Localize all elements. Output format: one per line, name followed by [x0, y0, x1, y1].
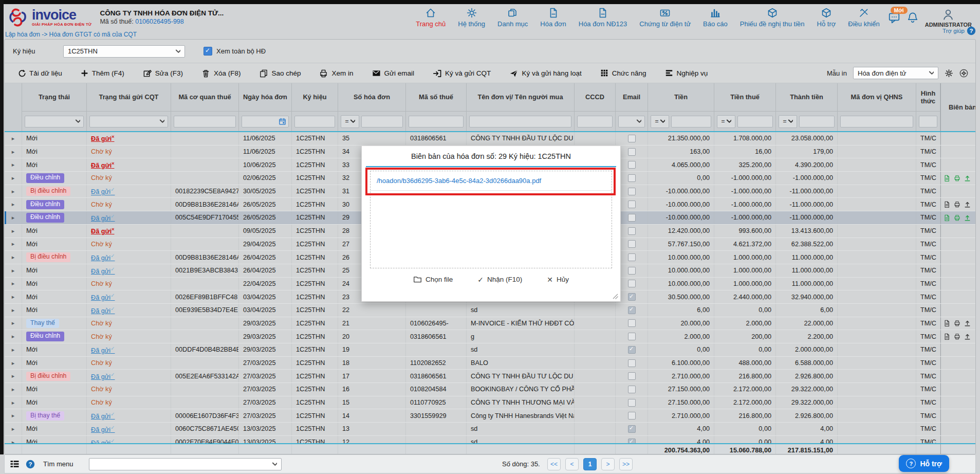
filter-input[interactable] — [577, 116, 613, 127]
email-checkbox[interactable] — [628, 372, 636, 380]
invoice-row-16[interactable]: ▸MớiChờ ký27/03/20251C25THN160108204584B… — [5, 383, 975, 396]
page-button-prevprev[interactable]: << — [547, 458, 561, 470]
nav-item-8[interactable]: Hỗ trợ — [811, 6, 842, 29]
row-expander-icon[interactable]: ▸ — [12, 294, 15, 300]
invoice-row-19[interactable]: ▸MớiĐã gửi✓00DDF4D0B4B2BB4B29/03/20251C2… — [5, 343, 975, 357]
row-expander-icon[interactable]: ▸ — [12, 320, 15, 326]
filter-operator-select[interactable]: = — [717, 115, 735, 128]
email-checkbox[interactable] — [628, 412, 636, 420]
column-header[interactable]: Trạng thái gửi CQT — [87, 83, 171, 112]
email-checkbox[interactable] — [628, 359, 636, 367]
column-header[interactable]: Hình thức — [916, 83, 940, 112]
record-doc-icon[interactable] — [944, 175, 950, 181]
print-template-select[interactable]: Hóa đơn điện tử — [853, 67, 938, 79]
row-expander-icon[interactable]: ▸ — [12, 149, 15, 155]
find-menu-select[interactable] — [89, 458, 282, 470]
column-header[interactable]: Mã cơ quan thuế — [171, 83, 238, 112]
accept-button[interactable]: ✓ Nhận (F10) — [474, 275, 525, 284]
row-expander-icon[interactable]: ▸ — [12, 412, 15, 419]
cqt-status-link[interactable]: Đã gửi× — [91, 227, 114, 235]
invoice-row-21[interactable]: ▸Thay thếChờ ký29/03/20251C25THN21010602… — [5, 317, 975, 331]
filter-operator-select[interactable]: = — [779, 115, 797, 128]
row-expander-icon[interactable]: ▸ — [12, 214, 15, 221]
page-button-next[interactable]: > — [601, 458, 615, 470]
row-expander-icon[interactable]: ▸ — [12, 175, 15, 181]
email-checkbox[interactable] — [628, 319, 636, 327]
nav-item-4[interactable]: Hóa đơn NĐ123 — [572, 6, 634, 29]
email-checkbox[interactable] — [628, 227, 636, 235]
cqt-status-link[interactable]: Đã gửi✓ — [91, 293, 115, 301]
email-checkbox[interactable] — [628, 293, 636, 301]
invoice-row-13[interactable]: ▸MớiĐã gửi✓0060C75C8671AE45013/03/20251C… — [5, 423, 975, 436]
email-checkbox[interactable] — [628, 214, 636, 222]
calendar-icon[interactable] — [279, 118, 286, 125]
choose-file-button[interactable]: Chọn file — [410, 275, 456, 284]
email-checkbox[interactable] — [628, 399, 636, 407]
column-header[interactable]: Ký hiệu — [292, 83, 338, 112]
column-header[interactable]: Mã đơn vị QHNS — [838, 83, 916, 112]
toolbar-button-2[interactable]: Sửa (F3) — [143, 69, 183, 78]
record-print-icon[interactable] — [954, 201, 960, 208]
invoice-row-20[interactable]: ▸Điều chỉnhChờ ký29/03/20251C25THN200318… — [5, 330, 975, 343]
toolbar-button-9[interactable]: Chức năng — [600, 69, 646, 77]
record-print-icon[interactable] — [954, 214, 960, 221]
email-checkbox[interactable] — [628, 306, 636, 314]
record-upload-icon[interactable] — [964, 333, 971, 340]
nav-item-5[interactable]: Chứng từ điện tử — [633, 6, 697, 29]
support-button[interactable]: ? Hỗ trợ — [899, 455, 949, 472]
email-checkbox[interactable] — [628, 174, 636, 182]
cancel-button[interactable]: ✕ Hủy — [544, 275, 572, 284]
cqt-status-link[interactable]: Đã gửi✓ — [91, 213, 115, 222]
column-header[interactable]: Số hóa đơn — [338, 83, 405, 112]
cqt-status-link[interactable]: Đã gửi× — [91, 134, 114, 142]
email-checkbox[interactable] — [628, 425, 636, 433]
invoice-row-22[interactable]: ▸MớiĐã gửi✓00E939E5B34D7E4E03/04/20251C2… — [5, 304, 975, 317]
nav-item-0[interactable]: Trang chủ — [410, 6, 452, 29]
filter-input[interactable] — [361, 116, 403, 127]
toolbar-button-1[interactable]: Thêm (F4) — [81, 69, 124, 77]
row-expander-icon[interactable]: ▸ — [12, 161, 15, 168]
filter-input[interactable] — [799, 116, 835, 127]
row-expander-icon[interactable]: ▸ — [12, 426, 15, 432]
cqt-status-link[interactable]: Đã gửi✓ — [91, 345, 115, 354]
toolbar-button-8[interactable]: Ký và gửi hàng loạt — [509, 69, 581, 78]
column-header[interactable]: Ngày hóa đơn — [239, 83, 291, 112]
row-expander-icon[interactable]: ▸ — [12, 267, 15, 274]
file-pdf-link[interactable]: /hoadon/b36d6295-3ab6-4e5c-84a2-3d0266da… — [377, 177, 541, 185]
cqt-status-link[interactable]: Đã gửi✓ — [91, 306, 115, 315]
cqt-status-link[interactable]: Đã gửi✓ — [91, 425, 115, 433]
email-checkbox[interactable] — [628, 135, 636, 142]
cqt-status-link[interactable]: Đã gửi✓ — [91, 411, 115, 420]
nav-item-6[interactable]: Báo cáo — [697, 6, 734, 29]
row-expander-icon[interactable]: ▸ — [12, 254, 15, 261]
grid-settings-icon[interactable] — [959, 69, 968, 78]
cqt-status-link[interactable]: Đã gửi✓ — [91, 266, 115, 275]
column-header[interactable]: Trạng thái — [22, 83, 86, 112]
record-upload-icon[interactable] — [964, 214, 971, 221]
filter-select[interactable] — [618, 116, 645, 127]
email-checkbox[interactable] — [628, 253, 636, 261]
filter-input[interactable] — [919, 116, 937, 127]
toolbar-button-3[interactable]: Xóa (F8) — [201, 69, 241, 78]
toolbar-button-4[interactable]: Sao chép — [259, 69, 301, 78]
cqt-status-link[interactable]: Đã gửi✓ — [91, 372, 115, 380]
row-expander-icon[interactable]: ▸ — [12, 347, 15, 353]
page-button-nextnext[interactable]: >> — [619, 458, 633, 470]
email-checkbox[interactable] — [628, 280, 636, 287]
app-logo[interactable]: invoice GIẢI PHÁP HÓA ĐƠN ĐIỆN TỬ — [7, 7, 91, 28]
email-checkbox[interactable] — [628, 188, 636, 195]
row-expander-icon[interactable]: ▸ — [12, 386, 15, 393]
nav-item-1[interactable]: Hệ thống — [452, 6, 491, 29]
email-checkbox[interactable] — [628, 333, 636, 340]
invoice-row-17[interactable]: ▸Bị điều chỉnhĐã gửi✓005E2E4A6F533142A27… — [5, 370, 975, 383]
row-expander-icon[interactable]: ▸ — [12, 228, 15, 234]
email-checkbox[interactable] — [628, 386, 636, 393]
cqt-status-link[interactable]: Đã gửi× — [91, 161, 114, 169]
row-expander-icon[interactable]: ▸ — [12, 280, 15, 287]
page-button-prev[interactable]: < — [565, 458, 579, 470]
email-checkbox[interactable] — [628, 346, 636, 354]
filter-operator-select[interactable]: = — [651, 115, 669, 128]
nav-item-2[interactable]: Danh mục — [491, 6, 534, 29]
invoice-row-18[interactable]: ▸MớiChờ ký27/03/20251C25THN181102082652B… — [5, 357, 975, 370]
filter-operator-select[interactable]: = — [341, 115, 359, 128]
